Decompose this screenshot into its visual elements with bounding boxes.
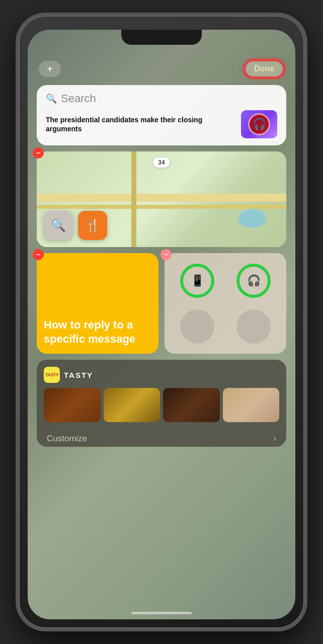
customize-label: Customize xyxy=(47,434,87,444)
tasty-logo: TASTY xyxy=(44,367,60,383)
news-thumbnail: 🎧 xyxy=(241,110,277,138)
food-image-1-inner xyxy=(44,388,101,422)
accessibility-widget[interactable]: 📱 🎧 xyxy=(165,253,286,354)
food-image-4 xyxy=(223,388,280,422)
food-image-1 xyxy=(44,388,101,422)
customize-chevron-icon: › xyxy=(273,433,276,444)
food-image-3-inner xyxy=(163,388,220,422)
tasty-images xyxy=(44,388,279,422)
volume-down-button[interactable] xyxy=(16,174,16,207)
search-icon: 🔍 xyxy=(46,93,57,104)
search-placeholder: Search xyxy=(61,92,96,105)
road-vertical xyxy=(131,151,136,247)
screen-content: + Done 🔍 Search The presidential candida… xyxy=(28,55,295,619)
customize-bar[interactable]: Customize › xyxy=(44,427,279,447)
circle-empty-1-container xyxy=(172,306,223,347)
food-image-3 xyxy=(163,388,220,422)
map-pond xyxy=(238,209,266,228)
food-image-2-inner xyxy=(104,388,160,422)
headphone-circle: 🎧 xyxy=(236,264,271,298)
phone-circle: 📱 xyxy=(180,264,214,298)
phone-frame: + Done 🔍 Search The presidential candida… xyxy=(16,13,307,631)
notes-widget-container: − How to reply to a specific message xyxy=(37,253,158,354)
map-search-icon: 🔍 xyxy=(51,218,66,232)
widgets-row: − How to reply to a specific message − 📱 xyxy=(37,253,286,354)
top-bar: + Done xyxy=(37,60,286,78)
search-widget-wrapper: 🔍 Search The presidential candidates mak… xyxy=(37,85,286,145)
map-food-icon: 🍴 xyxy=(85,218,100,232)
done-button[interactable]: Done xyxy=(244,60,284,78)
notch xyxy=(121,30,202,45)
map-search-button[interactable]: 🔍 xyxy=(44,211,73,240)
news-item[interactable]: The presidential candidates make their c… xyxy=(46,110,277,138)
phone-screen: + Done 🔍 Search The presidential candida… xyxy=(28,30,295,619)
empty-circle-1 xyxy=(180,309,214,344)
volume-up-button[interactable] xyxy=(16,134,16,167)
search-widget[interactable]: 🔍 Search The presidential candidates mak… xyxy=(37,85,286,145)
home-indicator[interactable] xyxy=(131,612,192,614)
mute-button[interactable] xyxy=(16,106,16,125)
tasty-widget[interactable]: TASTY TASTY xyxy=(37,360,286,447)
notes-widget[interactable]: How to reply to a specific message xyxy=(37,253,158,354)
power-button[interactable] xyxy=(307,141,307,189)
route-badge: 34 xyxy=(153,157,170,168)
add-widget-button[interactable]: + xyxy=(39,61,61,77)
maps-widget-container: − 34 🔍 xyxy=(37,151,286,247)
search-bar[interactable]: 🔍 Search xyxy=(46,92,277,105)
notes-remove-button[interactable]: − xyxy=(33,249,44,260)
notes-text: How to reply to a specific message xyxy=(44,318,151,346)
headphone-icon: 🎧 xyxy=(248,113,270,135)
tasty-logo-text: TASTY xyxy=(45,372,58,377)
maps-widget[interactable]: 34 🔍 🍴 xyxy=(37,151,286,247)
tasty-label: TASTY xyxy=(64,371,93,379)
road-horizontal-2 xyxy=(37,205,286,209)
map-food-button[interactable]: 🍴 xyxy=(78,211,107,240)
phone-icon: 📱 xyxy=(191,274,204,287)
food-image-4-inner xyxy=(223,388,280,422)
food-image-2 xyxy=(104,388,160,422)
empty-circle-2 xyxy=(236,309,271,344)
news-headline: The presidential candidates make their c… xyxy=(46,115,236,133)
circle-headphone-container: 🎧 xyxy=(228,260,279,301)
accessibility-widget-container: − 📱 🎧 xyxy=(165,253,286,354)
circle-empty-2-container xyxy=(228,306,279,347)
circle-phone-container: 📱 xyxy=(172,260,223,301)
headphone-circle-icon: 🎧 xyxy=(247,274,261,287)
tasty-header: TASTY TASTY xyxy=(44,367,279,383)
map-action-buttons: 🔍 🍴 xyxy=(44,211,107,240)
road-horizontal xyxy=(37,194,286,202)
accessibility-remove-button[interactable]: − xyxy=(160,249,172,260)
maps-remove-button[interactable]: − xyxy=(33,147,44,158)
